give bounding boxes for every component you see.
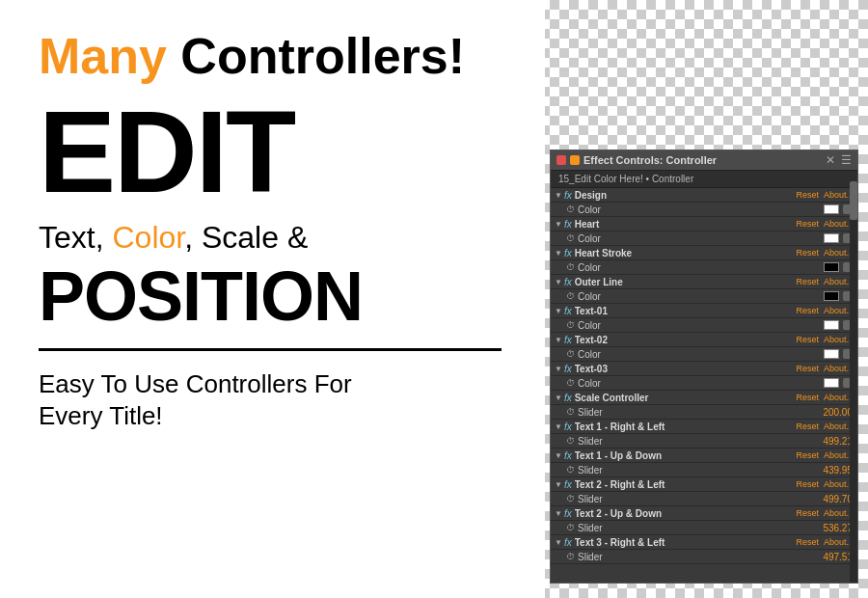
effect-row: ⏱Color (551, 318, 857, 333)
clock-icon: ⏱ (566, 494, 575, 503)
slider-value[interactable]: 499.21 (819, 436, 853, 447)
effect-row: ▼fxText 2 - Up & DownResetAbout... (551, 506, 857, 521)
expand-arrow[interactable]: ▼ (555, 422, 562, 431)
reset-button[interactable]: Reset (796, 335, 819, 344)
expand-arrow[interactable]: ▼ (555, 336, 562, 344)
clock-icon: ⏱ (566, 465, 575, 475)
fx-label: fx (564, 364, 572, 374)
reset-button[interactable]: Reset (796, 479, 819, 489)
effect-row: ⏱Slider200.00 (551, 405, 857, 420)
main-title: Many Controllers! (39, 29, 516, 84)
reset-button[interactable]: Reset (796, 508, 819, 518)
row-name: Text 1 - Up & Down (575, 450, 797, 461)
row-name: Text 3 - Right & Left (575, 537, 797, 548)
expand-arrow[interactable]: ▼ (555, 480, 562, 489)
row-name: Text 2 - Right & Left (575, 479, 797, 490)
scroll-thumb[interactable] (850, 181, 857, 220)
expand-arrow[interactable]: ▼ (555, 538, 562, 547)
divider-line (39, 348, 502, 351)
expand-arrow[interactable]: ▼ (555, 249, 562, 258)
effect-row: ▼fxDesignResetAbout... (551, 188, 857, 203)
row-name: Text-03 (575, 364, 797, 374)
reset-button[interactable]: Reset (796, 190, 819, 200)
color-swatch[interactable] (824, 291, 839, 301)
reset-button[interactable]: Reset (796, 277, 819, 286)
row-name: Text 2 - Up & Down (575, 508, 797, 519)
row-name: Slider (578, 407, 819, 418)
row-name: Color (578, 233, 824, 244)
fx-label: fx (564, 277, 572, 287)
effect-row: ▼fxText-02ResetAbout... (551, 333, 857, 347)
panel-close-button[interactable]: ✕ (826, 153, 835, 167)
edit-heading: EDIT (39, 94, 516, 209)
clock-icon: ⏱ (566, 262, 575, 272)
fx-label: fx (564, 450, 572, 461)
color-swatch[interactable] (824, 204, 839, 214)
slider-value[interactable]: 499.70 (819, 494, 853, 504)
row-name: Text-01 (575, 306, 797, 316)
reset-button[interactable]: Reset (796, 393, 819, 402)
row-name: Color (578, 262, 824, 273)
color-swatch[interactable] (824, 320, 839, 330)
effect-row: ▼fxOuter LineResetAbout... (551, 275, 857, 289)
fx-label: fx (564, 306, 572, 316)
expand-arrow[interactable]: ▼ (555, 278, 562, 286)
row-name: Slider (578, 552, 819, 562)
effect-row: ⏱Slider499.70 (551, 492, 857, 506)
clock-icon: ⏱ (566, 349, 575, 359)
row-name: Color (578, 204, 824, 215)
expand-arrow[interactable]: ▼ (555, 365, 562, 373)
reset-button[interactable]: Reset (796, 364, 819, 373)
expand-arrow[interactable]: ▼ (555, 191, 562, 200)
fx-label: fx (564, 393, 572, 403)
subtitle-orange: Color (112, 220, 184, 255)
effect-row: ▼fxText 3 - Right & LeftResetAbout... (551, 535, 857, 550)
effect-row: ▼fxText-01ResetAbout... (551, 304, 857, 318)
effect-row: ⏱Color (551, 289, 857, 304)
reset-button[interactable]: Reset (796, 421, 819, 431)
expand-arrow[interactable]: ▼ (555, 394, 562, 402)
clock-icon: ⏱ (566, 552, 575, 561)
expand-arrow[interactable]: ▼ (555, 220, 562, 229)
expand-arrow[interactable]: ▼ (555, 509, 562, 518)
clock-icon: ⏱ (566, 233, 575, 243)
clock-icon: ⏱ (566, 523, 575, 532)
panel-menu-icon[interactable]: ☰ (841, 153, 852, 167)
reset-button[interactable]: Reset (796, 450, 819, 460)
row-name: Heart (575, 219, 797, 230)
reset-button[interactable]: Reset (796, 248, 819, 258)
row-name: Text-02 (575, 335, 797, 345)
title-orange: Many (39, 28, 167, 84)
panel-header: Effect Controls: Controller ✕ ☰ (551, 150, 857, 171)
reset-button[interactable]: Reset (796, 537, 819, 547)
effect-row: ▼fxText-03ResetAbout... (551, 362, 857, 376)
color-swatch[interactable] (824, 378, 839, 388)
effect-row: ⏱Color (551, 347, 857, 362)
slider-value[interactable]: 497.51 (819, 552, 853, 562)
effect-row: ⏱Color (551, 376, 857, 391)
slider-value[interactable]: 439.95 (819, 465, 853, 476)
expand-arrow[interactable]: ▼ (555, 307, 562, 315)
slider-value[interactable]: 200.00 (819, 407, 853, 418)
effect-row: ▼fxHeartResetAbout... (551, 217, 857, 231)
reset-button[interactable]: Reset (796, 306, 819, 315)
reset-button[interactable]: Reset (796, 219, 819, 229)
effect-row: ▼fxScale ControllerResetAbout... (551, 391, 857, 405)
row-name: Color (578, 378, 824, 389)
slider-value[interactable]: 536.27 (819, 523, 853, 533)
row-name: Text 1 - Right & Left (575, 421, 797, 432)
row-name: Color (578, 349, 824, 360)
scroll-bar[interactable] (850, 181, 857, 583)
color-swatch[interactable] (824, 349, 839, 359)
row-name: Slider (578, 465, 819, 476)
effect-row: ⏱Color (551, 231, 857, 246)
fx-label: fx (564, 508, 572, 519)
position-heading: POSITION (39, 261, 516, 331)
fx-label: fx (564, 537, 572, 548)
subtitle-line: Text, Color, Scale & (39, 219, 516, 256)
color-swatch[interactable] (824, 233, 839, 243)
expand-arrow[interactable]: ▼ (555, 451, 562, 460)
clock-icon: ⏱ (566, 436, 575, 446)
effect-row: ⏱Slider499.21 (551, 434, 857, 448)
color-swatch[interactable] (824, 262, 839, 272)
